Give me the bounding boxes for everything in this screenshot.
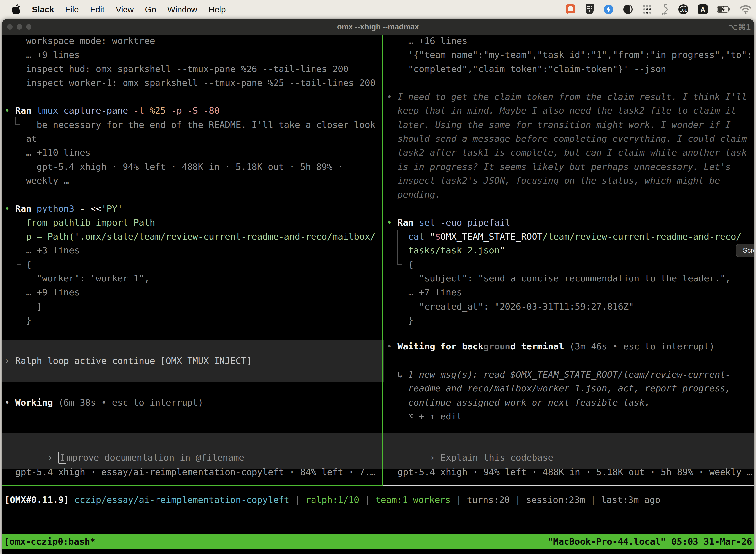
terminal-line: {	[387, 258, 753, 272]
terminal-line: … +3 lines	[4, 243, 381, 258]
window-title: omx --xhigh --madmax	[2, 19, 754, 35]
prompt-chevron: ›	[430, 452, 440, 463]
text-cursor: I	[58, 452, 67, 464]
battery-icon[interactable]	[717, 6, 731, 13]
terminal-line: p = Path('.omx/state/team/review-current…	[4, 230, 381, 243]
terminal-line: workspace_mode: worktree	[4, 34, 381, 48]
terminal-line: "worker": "worker-1",	[4, 272, 381, 285]
terminal-line: pending.	[387, 188, 753, 202]
moon-circle-icon[interactable]	[623, 4, 633, 15]
pane-divider[interactable]	[382, 35, 383, 486]
terminal-line	[4, 90, 381, 104]
keypad-shield-icon[interactable]	[584, 3, 595, 15]
terminal-line: '{"team_name":"my-team","task_id":"1","f…	[387, 48, 753, 62]
apple-menu[interactable]	[11, 4, 21, 15]
menu-bar: Slack File Edit View Go Window Help ..61	[0, 0, 756, 19]
terminal-line: }	[387, 314, 753, 327]
left-pane-scrollback: workspace_mode: worktree … +9 lines insp…	[4, 34, 381, 327]
mailbox-notice: ↳ 1 new msg(s): read $OMX_TEAM_STATE_ROO…	[387, 368, 751, 424]
apple-icon	[11, 4, 21, 15]
terminal-line: is in progress? It seems likely but perh…	[387, 160, 753, 174]
terminal-line: inspect_hud: omx sparkshell --tmux-pane …	[4, 62, 381, 76]
terminal-line: • Ran set -euo pipefail	[387, 216, 753, 230]
tmux-status-bar: [omx-cczip0:bash* "MacBook-Pro-44.local"…	[2, 534, 754, 549]
tree-guide	[15, 124, 19, 125]
menu-window[interactable]: Window	[168, 5, 197, 14]
terminal-line: inspect_worker-1: omx sparkshell --tmux-…	[4, 76, 381, 90]
menu-file[interactable]: File	[65, 5, 79, 14]
svg-text:..61: ..61	[680, 8, 687, 13]
terminal-line: weekly …	[4, 174, 381, 188]
terminal-line: readme-and-reco/mailbox/worker-1.json, a…	[387, 382, 751, 395]
menu-view[interactable]: View	[116, 5, 134, 14]
input-placeholder: mprove documentation in @filename	[67, 452, 244, 463]
dots-grid-icon[interactable]	[642, 4, 652, 15]
tree-guide	[17, 264, 21, 265]
right-prompt-input[interactable]: › Explain this codebase	[384, 433, 754, 469]
terminal-line: be necessary for the end of the README. …	[4, 118, 381, 132]
menu-go[interactable]: Go	[145, 5, 156, 14]
input-placeholder: Explain this codebase	[441, 452, 553, 463]
terminal-line: ↳ 1 new msg(s): read $OMX_TEAM_STATE_ROO…	[387, 368, 751, 382]
screen-tooltip: Scre	[736, 244, 754, 257]
left-prompt-input[interactable]: › Improve documentation in @filename	[2, 433, 384, 469]
terminal-line: at	[4, 132, 381, 146]
menu-edit[interactable]: Edit	[90, 5, 105, 14]
terminal-line: continue assigned work or next feasible …	[387, 396, 751, 409]
menu-bar-tray: ..61 A	[565, 3, 756, 15]
left-session-statusline: gpt-5.4 xhigh · essay/ai-reimplementatio…	[4, 465, 376, 479]
tmux-session-label[interactable]: [omx-cczip0:bash*	[4, 536, 95, 547]
working-status: • Working (6m 38s • esc to interrupt)	[4, 396, 203, 409]
terminal-line: • Ran python3 - <<'PY'	[4, 202, 381, 216]
terminal-line: gpt-5.4 xhigh · 94% left · 488K in · 5.1…	[4, 160, 381, 174]
tmux-host-clock: "MacBook-Pro-44.local" 05:03 31-Mar-26	[548, 536, 752, 547]
terminal-line	[387, 202, 753, 216]
terminal-line: … +110 lines	[4, 146, 381, 160]
svg-text:A: A	[701, 6, 705, 13]
terminal-line	[4, 188, 381, 202]
terminal-line: • Ran tmux capture-pane -t %25 -p -S -80	[4, 104, 381, 118]
tree-guide	[15, 117, 16, 125]
terminal-line: … +7 lines	[387, 285, 753, 299]
terminal-line: }	[4, 314, 381, 327]
window-titlebar[interactable]: omx --xhigh --madmax ⌥⌘1	[2, 19, 754, 35]
terminal-line: keep that in mind. Maybe I also need the…	[387, 104, 753, 118]
desktop: { "palette":{ "gray":"#8f8f8f","dim":"#6…	[0, 0, 756, 554]
wifi-icon[interactable]	[740, 5, 752, 14]
count-badge-icon[interactable]: ..61	[678, 4, 689, 15]
terminal-line: "subject": "send a concise recommendatio…	[387, 272, 753, 285]
terminal-line: should send a message before completing …	[387, 132, 753, 146]
terminal-line: … +16 lines	[387, 34, 753, 48]
terminal-line: "created_at": "2026-03-31T11:59:27.816Z"	[387, 299, 753, 314]
terminal-line: • I need to get the claim token from the…	[387, 90, 753, 104]
terminal-line: … +9 lines	[4, 48, 381, 62]
omx-hud-statusline: [OMX#0.11.9] cczip/essay/ai-reimplementa…	[4, 493, 660, 507]
tree-guide	[17, 215, 17, 265]
blue-bolt-icon[interactable]	[603, 4, 614, 15]
terminal-line: ⌥ + ↑ edit	[387, 409, 751, 424]
prompt-chevron: ›	[47, 452, 58, 463]
terminal-line: inspect task2's JSON, focusing on the st…	[387, 174, 753, 188]
tree-guide	[397, 230, 398, 265]
waiting-status: • Waiting for background terminal (3m 46…	[387, 340, 714, 353]
terminal-line: later. Using the same for transition mig…	[387, 118, 753, 132]
menu-app-name[interactable]: Slack	[32, 5, 54, 14]
right-pane-border	[383, 485, 754, 486]
right-pane-scrollback: … +16 lines '{"team_name":"my-team","tas…	[387, 34, 753, 327]
right-session-statusline: gpt-5.4 xhigh · 94% left · 488K in · 5.1…	[387, 465, 752, 479]
terminal-line: task2 after task1 is complete, but can I…	[387, 146, 753, 160]
tooltip-label: Scre	[743, 247, 754, 255]
screenshot-app-icon[interactable]	[565, 4, 576, 15]
squiggle-icon[interactable]	[661, 3, 669, 15]
terminal-line: "completed","claim_token":"claim-token"}…	[387, 62, 753, 76]
terminal-line: from pathlib import Path	[4, 216, 381, 230]
terminal-line: ]	[4, 299, 381, 314]
menu-help[interactable]: Help	[208, 5, 226, 14]
input-source-icon[interactable]: A	[697, 4, 708, 15]
terminal-window: omx --xhigh --madmax ⌥⌘1 workspace_mode:…	[2, 19, 754, 554]
terminal-line: {	[4, 258, 381, 272]
terminal-line: cat "$OMX_TEAM_STATE_ROOT/team/review-cu…	[387, 230, 753, 243]
terminal-line: tasks/task-2.json"	[387, 243, 753, 258]
ralph-loop-banner: › Ralph loop active continue [OMX_TMUX_I…	[2, 340, 384, 382]
left-pane-border	[2, 485, 382, 486]
